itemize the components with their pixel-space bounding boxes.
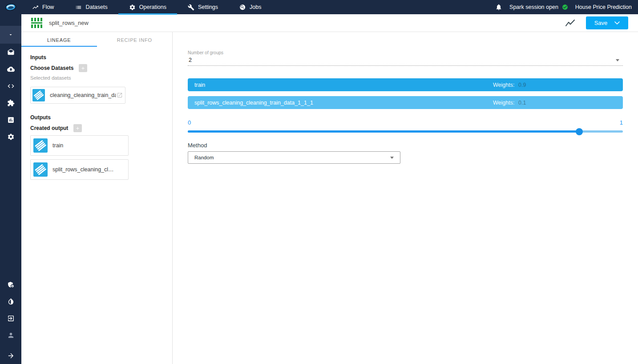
nav-item-jobs[interactable]: Jobs — [229, 0, 272, 14]
method-value: Random — [194, 155, 214, 160]
datasets-icon — [75, 4, 82, 11]
save-dropdown-chevron-icon[interactable] — [614, 21, 620, 25]
weights-label: Weights: — [493, 82, 514, 88]
dataset-icon — [32, 89, 45, 101]
output-dataset-chip-train[interactable]: train — [30, 135, 129, 156]
nav-item-label: Flow — [42, 4, 54, 10]
icon-sidebar — [0, 14, 21, 364]
panel-tabs: LINEAGE RECIPE INFO — [21, 34, 172, 47]
sidebar-item-charts[interactable] — [0, 111, 21, 128]
app-logo[interactable] — [0, 0, 21, 14]
sidebar-item-cloud-upload[interactable] — [0, 61, 21, 77]
open-dataset-icon[interactable] — [116, 92, 123, 98]
chevron-down-icon — [390, 157, 394, 159]
flow-icon — [32, 4, 39, 11]
sidebar-expander[interactable] — [0, 26, 21, 44]
inputs-heading: Inputs — [30, 54, 163, 61]
top-navbar: Flow Datasets Operations Settings Jobs S… — [0, 0, 638, 14]
dataset-icon — [33, 138, 48, 153]
notifications-bell-icon[interactable] — [495, 4, 502, 11]
input-dataset-chip[interactable]: cleaning_cleaning_train_data_… — [30, 87, 125, 104]
weight-slider-handle[interactable] — [576, 128, 583, 135]
dataset-icon — [33, 162, 48, 177]
tab-recipe-info[interactable]: RECIPE INFO — [97, 34, 173, 47]
exit-icon — [7, 315, 15, 322]
nav-item-datasets[interactable]: Datasets — [65, 0, 118, 14]
nav-item-settings[interactable]: Settings — [177, 0, 229, 14]
logo-icon — [4, 3, 17, 12]
admin-shield-icon — [7, 281, 15, 288]
nav-item-label: Jobs — [250, 4, 261, 10]
split-rows-recipe-icon — [31, 18, 42, 28]
main-menu: Flow Datasets Operations Settings Jobs — [21, 0, 272, 14]
sidebar-item-user[interactable] — [0, 327, 21, 344]
contrast-icon — [7, 298, 15, 305]
group-name: train — [194, 82, 205, 88]
settings-icon — [188, 4, 194, 11]
add-output-dataset-button[interactable] — [73, 124, 82, 132]
panel-content: Inputs Choose Datasets Selected datasets… — [21, 47, 172, 180]
nav-item-label: Settings — [198, 4, 218, 10]
project-name[interactable]: House Price Prediction — [575, 4, 632, 10]
weight-slider-section: 0 1 — [188, 119, 623, 133]
group-bar-split: split_rows_cleaning_cleaning_train_data_… — [188, 96, 623, 109]
number-of-groups-label: Number of groups — [188, 50, 623, 55]
sidebar-item-settings[interactable] — [0, 128, 21, 145]
number-of-groups-value: 2 — [189, 57, 192, 63]
status-check-icon — [562, 4, 568, 10]
save-button-label: Save — [594, 20, 608, 26]
sidebar-item-contrast[interactable] — [0, 293, 21, 310]
sidebar-item-exit[interactable] — [0, 310, 21, 327]
spark-status-text: Spark session open — [509, 4, 558, 10]
slider-max-label: 1 — [620, 119, 623, 126]
nav-item-flow[interactable]: Flow — [21, 0, 65, 14]
nav-item-label: Operations — [139, 4, 166, 10]
metrics-chart-icon[interactable] — [565, 19, 575, 28]
weight-value-input[interactable]: 0.9 — [518, 82, 526, 88]
jobs-icon — [239, 4, 246, 11]
sidebar-item-mail[interactable] — [0, 44, 21, 61]
recipe-header: split_rows_new Save — [21, 14, 638, 32]
nav-item-operations[interactable]: Operations — [118, 0, 177, 14]
method-label: Method — [188, 142, 623, 149]
spark-session-status: Spark session open — [509, 4, 568, 10]
group-name: split_rows_cleaning_cleaning_train_data_… — [194, 100, 313, 106]
header-actions: Save — [565, 16, 628, 29]
lineage-panel: LINEAGE RECIPE INFO Inputs Choose Datase… — [21, 32, 173, 364]
sidebar-collapse-toggle[interactable] — [0, 348, 21, 364]
add-input-dataset-button[interactable] — [79, 64, 87, 72]
arrow-right-icon — [7, 352, 15, 360]
plus-icon — [75, 126, 80, 131]
number-of-groups-select[interactable]: 2 — [188, 55, 623, 66]
weights-label: Weights: — [493, 100, 514, 106]
tab-lineage[interactable]: LINEAGE — [21, 34, 97, 47]
sidebar-item-plugins[interactable] — [0, 94, 21, 111]
bar-chart-icon — [7, 116, 15, 124]
chevron-down-icon — [616, 59, 619, 61]
weight-slider-track[interactable] — [188, 130, 623, 133]
save-button[interactable]: Save — [586, 16, 628, 29]
method-select[interactable]: Random — [188, 151, 400, 164]
recipe-title: split_rows_new — [49, 20, 89, 26]
sidebar-item-code[interactable] — [0, 77, 21, 94]
user-icon — [7, 332, 15, 339]
created-output-label: Created output — [30, 125, 68, 131]
outputs-heading: Outputs — [30, 114, 163, 121]
chevron-down-icon — [8, 32, 13, 37]
output-dataset-chip-split[interactable]: split_rows_cleaning_cl… — [30, 159, 129, 180]
plus-icon — [81, 66, 85, 71]
operations-icon — [129, 4, 136, 11]
gear-icon — [7, 133, 15, 141]
sidebar-item-admin[interactable] — [0, 276, 21, 293]
puzzle-icon — [7, 99, 15, 107]
choose-datasets-label: Choose Datasets — [30, 65, 73, 71]
nav-item-label: Datasets — [85, 4, 107, 10]
input-dataset-name: cleaning_cleaning_train_data_… — [50, 92, 123, 98]
output-dataset-name: train — [52, 142, 63, 149]
cloud-upload-icon — [7, 65, 15, 73]
weight-value-input[interactable]: 0.1 — [518, 100, 526, 106]
group-bar-train: train Weights: 0.9 — [188, 78, 623, 91]
slider-min-label: 0 — [188, 119, 191, 126]
output-dataset-name: split_rows_cleaning_cl… — [52, 166, 114, 173]
mail-icon — [7, 49, 15, 56]
